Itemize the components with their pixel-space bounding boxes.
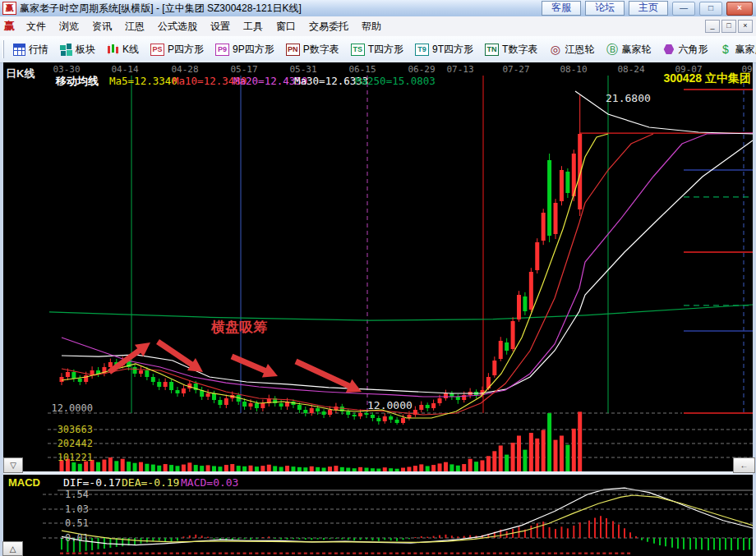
volume-bar	[182, 465, 186, 472]
toolbar-item-2[interactable]: K线	[101, 39, 145, 60]
candle-body	[431, 403, 436, 408]
macd-bottom-tick	[475, 553, 478, 555]
candle-body	[224, 398, 228, 405]
menu-item-3[interactable]: 江恩	[118, 18, 151, 35]
menu-item-6[interactable]: 工具	[237, 18, 270, 35]
candle-body	[66, 372, 70, 377]
toolbar-item-4[interactable]: P99P四方形	[210, 39, 280, 60]
candle-body	[499, 341, 503, 359]
volume-bar	[157, 466, 161, 472]
restore-button[interactable]: □	[699, 2, 722, 16]
toolbar-item-1[interactable]: 板块	[54, 39, 101, 60]
macd-bottom-tick	[213, 553, 216, 555]
toolbar-item-9[interactable]: ◎江恩轮	[543, 39, 600, 60]
macd-bottom-tick	[420, 553, 423, 555]
volume-bar	[334, 466, 338, 472]
candle-body	[78, 379, 82, 382]
menu-item-0[interactable]: 文件	[20, 18, 53, 35]
candle-body	[145, 370, 149, 377]
titlebar-link-2[interactable]: 主页	[629, 1, 668, 16]
dea-value-label: DEA=-0.19	[122, 476, 179, 489]
candle-body	[444, 393, 448, 398]
volume-bar	[578, 411, 582, 472]
mdi-restore-button[interactable]: □	[721, 20, 736, 33]
volume-bar	[468, 459, 472, 472]
macd-bottom-tick	[505, 553, 509, 555]
macd-bottom-tick	[97, 553, 100, 555]
volume-bar	[438, 463, 442, 472]
candle-body	[517, 295, 521, 319]
menu-item-9[interactable]: 帮助	[355, 18, 388, 35]
toolbar-item-7[interactable]: T99T四方形	[409, 39, 479, 60]
macd-bottom-tick	[60, 553, 63, 555]
macd-bottom-tick	[127, 553, 131, 555]
P数字表-icon: PN	[286, 44, 300, 56]
minimize-button[interactable]: —	[672, 2, 695, 16]
9T四方形-icon: T9	[415, 44, 429, 56]
peak-price-label: 21.6800	[606, 92, 651, 104]
menu-items: 文件浏览资讯江恩公式选股设置工具窗口交易委托帮助	[20, 18, 388, 35]
volume-bar	[505, 455, 509, 472]
macd-bottom-tick	[542, 553, 545, 555]
macd-bottom-tick	[621, 553, 625, 555]
volume-bar	[285, 466, 289, 472]
menu-item-2[interactable]: 资讯	[85, 18, 118, 35]
close-button[interactable]: ×	[726, 2, 753, 16]
dip-price-label: 12.0000	[367, 399, 413, 411]
menu-item-7[interactable]: 窗口	[270, 18, 302, 35]
chart-area[interactable]: 03-3004-1404-2805-1705-3106-1506-2907-13…	[3, 62, 753, 556]
toolbar-item-10[interactable]: Ⓑ赢家轮	[600, 39, 657, 60]
volume-bar	[535, 439, 539, 472]
candle-body	[310, 408, 314, 413]
candle-body	[365, 413, 369, 415]
menu-item-1[interactable]: 浏览	[53, 18, 85, 35]
macd-bottom-tick	[438, 553, 441, 555]
window-title: 赢家老子时空周期系统[纵横版] - [立中集团 SZ300428-121日K线]	[20, 2, 302, 16]
titlebar-link-1[interactable]: 论坛	[585, 1, 625, 16]
menu-item-8[interactable]: 交易委托	[302, 18, 355, 35]
kline-chart[interactable]: 03-3004-1404-2805-1705-3106-1506-2907-13…	[3, 62, 753, 556]
volume-bar	[474, 462, 478, 472]
toolbar-item-11[interactable]: 六角形	[657, 39, 713, 60]
candle-body	[419, 405, 423, 410]
macd-bottom-tick	[249, 553, 252, 555]
pane-collapse-down-button[interactable]: ▽	[3, 457, 23, 473]
volume-bar	[517, 435, 521, 472]
macd-bottom-tick	[529, 553, 532, 555]
candle-body	[260, 403, 265, 408]
toolbar-item-label: P数字表	[303, 43, 339, 57]
candle-body	[60, 377, 64, 382]
volume-bar	[492, 451, 496, 472]
macd-bottom-tick	[85, 553, 88, 555]
macd-bottom-tick	[286, 553, 289, 555]
candle-body	[255, 403, 259, 408]
candle-body	[297, 405, 302, 410]
toolbar-item-8[interactable]: TNT数字表	[479, 39, 543, 60]
candle-body	[157, 382, 161, 387]
toolbar-item-3[interactable]: PSP四方形	[145, 39, 210, 60]
titlebar-link-0[interactable]: 客服	[542, 1, 581, 16]
toolbar-item-0[interactable]: 行情	[7, 39, 54, 60]
mdi-minimize-button[interactable]: _	[705, 20, 720, 33]
candle-body	[426, 405, 430, 408]
toolbar-item-label: 行情	[29, 43, 48, 57]
candle-body	[164, 382, 168, 387]
menu-item-5[interactable]: 设置	[204, 18, 237, 35]
macd-bottom-tick	[176, 553, 179, 555]
toolbar-item-5[interactable]: PNP数字表	[280, 39, 345, 60]
toolbar: 行情板块K线PSP四方形P99P四方形PNP数字表TST四方形T99T四方形TN…	[0, 36, 756, 63]
toolbar-item-12[interactable]: $赢家服务	[713, 39, 756, 60]
ma-value-label: Ma250=15.0803	[355, 75, 436, 87]
date-label: 08-10	[560, 64, 587, 75]
pane-collapse-up-button[interactable]: △	[2, 541, 23, 556]
macd-bottom-tick	[371, 553, 374, 555]
toolbar-item-6[interactable]: TST四方形	[345, 39, 409, 60]
scroll-left-button[interactable]: ←	[733, 457, 755, 473]
macd-bottom-tick	[413, 553, 417, 555]
menu-item-4[interactable]: 公式选股	[151, 18, 204, 35]
volume-bar	[511, 443, 515, 472]
mdi-close-button[interactable]: ×	[738, 20, 753, 33]
candle-body	[358, 413, 362, 416]
macd-bottom-tick	[108, 553, 112, 555]
macd-bottom-tick	[322, 553, 325, 555]
